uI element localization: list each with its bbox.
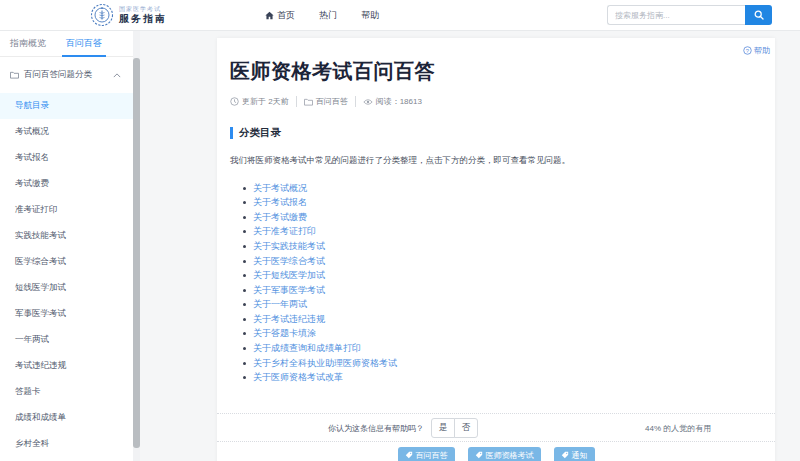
category-link[interactable]: 关于成绩查询和成绩单打印 xyxy=(253,342,361,355)
nav-item-hot[interactable]: 热门 xyxy=(319,9,337,22)
search-icon xyxy=(754,10,764,20)
clock-icon xyxy=(230,97,239,106)
search-input[interactable] xyxy=(607,5,745,25)
tab-label: 指南概览 xyxy=(10,37,46,50)
meta-reads-text: 阅读：18613 xyxy=(376,96,422,107)
intro-text: 我们将医师资格考试中常见的问题进行了分类整理，点击下方的分类，即可查看常见问题。 xyxy=(230,154,762,167)
sidebar-item-exam-registration[interactable]: 考试报名 xyxy=(0,145,133,171)
category-link[interactable]: 关于考试违纪违规 xyxy=(253,313,325,326)
site-logo[interactable]: 国家医学考试 服务指南 xyxy=(90,3,167,27)
tag-icon xyxy=(561,451,569,459)
meta-updated: 更新于 2天前 xyxy=(230,96,296,107)
sidebar-item-short-line-medicine[interactable]: 短线医学加试 xyxy=(0,275,133,301)
list-item: 关于准考证打印 xyxy=(230,225,762,240)
tag-notice[interactable]: 通知 xyxy=(554,447,595,461)
bullet-dot xyxy=(243,332,246,335)
bullet-dot xyxy=(243,216,246,219)
feedback-yes-button[interactable]: 是 xyxy=(431,418,455,438)
category-link[interactable]: 关于一年两试 xyxy=(253,298,307,311)
menu-item-label: 一年两试 xyxy=(15,334,49,346)
folder-icon xyxy=(304,98,313,106)
list-item: 关于军事医学考试 xyxy=(230,283,762,298)
meta-category[interactable]: 百问百答 xyxy=(296,96,355,107)
sidebar-item-nav-catalog[interactable]: 导航目录 xyxy=(0,93,133,119)
category-link[interactable]: 关于答题卡填涂 xyxy=(253,327,316,340)
feedback-no-button[interactable]: 否 xyxy=(454,418,478,438)
category-link[interactable]: 关于短线医学加试 xyxy=(253,269,325,282)
bullet-dot xyxy=(243,274,246,277)
help-label: 帮助 xyxy=(754,45,770,56)
list-item: 关于短线医学加试 xyxy=(230,268,762,283)
home-icon xyxy=(265,11,274,20)
eye-icon xyxy=(363,98,373,106)
sidebar: 指南概览 百问百答 百问百答问题分类 导航目录 考试概况 考试报名 考试缴费 准… xyxy=(0,31,133,461)
category-link[interactable]: 关于医学综合考试 xyxy=(253,255,325,268)
sidebar-item-violations[interactable]: 考试违纪违规 xyxy=(0,353,133,379)
bullet-dot xyxy=(243,303,246,306)
national-exam-seal-icon xyxy=(90,3,114,27)
content-card: ? 帮助 医师资格考试百问百答 更新于 2天前 百问百答 xyxy=(217,38,775,461)
tag-icon xyxy=(405,451,413,459)
menu-item-label: 考试违纪违规 xyxy=(15,360,66,372)
sidebar-item-scores[interactable]: 成绩和成绩单 xyxy=(0,405,133,431)
menu-item-label: 乡村全科 xyxy=(15,438,49,450)
sidebar-item-medical-comprehensive[interactable]: 医学综合考试 xyxy=(0,249,133,275)
nav-item-label: 帮助 xyxy=(361,9,379,22)
sidebar-item-exam-payment[interactable]: 考试缴费 xyxy=(0,171,133,197)
tab-guide-overview[interactable]: 指南概览 xyxy=(0,31,56,56)
section-title: 分类目录 xyxy=(239,126,281,140)
sidebar-scrollbar[interactable] xyxy=(133,31,140,461)
category-link[interactable]: 关于准考证打印 xyxy=(253,225,316,238)
folder-icon xyxy=(10,71,19,79)
sidebar-item-military-medicine[interactable]: 军事医学考试 xyxy=(0,301,133,327)
meta-category-text: 百问百答 xyxy=(316,96,348,107)
bullet-dot xyxy=(243,230,246,233)
category-link[interactable]: 关于考试概况 xyxy=(253,182,307,195)
article-help-link[interactable]: ? 帮助 xyxy=(743,45,770,56)
list-item: 关于实践技能考试 xyxy=(230,239,762,254)
bullet-dot xyxy=(243,362,246,365)
menu-item-label: 答题卡 xyxy=(15,386,41,398)
bullet-dot xyxy=(243,347,246,350)
search-bar xyxy=(607,5,772,25)
sidebar-item-admission-ticket[interactable]: 准考证打印 xyxy=(0,197,133,223)
sidebar-item-two-tests-one-year[interactable]: 一年两试 xyxy=(0,327,133,353)
bullet-dot xyxy=(243,289,246,292)
sidebar-menu: 导航目录 考试概况 考试报名 考试缴费 准考证打印 实践技能考试 医学综合考试 … xyxy=(0,93,133,457)
sidebar-item-rural-general[interactable]: 乡村全科 xyxy=(0,431,133,457)
svg-text:?: ? xyxy=(746,48,750,54)
bullet-dot xyxy=(243,245,246,248)
scrollbar-thumb[interactable] xyxy=(133,58,140,448)
sidebar-item-practical-skills[interactable]: 实践技能考试 xyxy=(0,223,133,249)
tab-faq[interactable]: 百问百答 xyxy=(56,31,112,56)
tag-physician-exam[interactable]: 医师资格考试 xyxy=(468,447,541,461)
category-link[interactable]: 关于考试缴费 xyxy=(253,211,307,224)
search-button[interactable] xyxy=(745,5,772,25)
question-circle-icon: ? xyxy=(743,46,752,55)
list-item: 关于考试报名 xyxy=(230,195,762,210)
sidebar-group-header[interactable]: 百问百答问题分类 xyxy=(0,57,133,93)
category-link[interactable]: 关于实践技能考试 xyxy=(253,240,325,253)
bullet-dot xyxy=(243,201,246,204)
menu-item-label: 军事医学考试 xyxy=(15,308,66,320)
category-link[interactable]: 关于乡村全科执业助理医师资格考试 xyxy=(253,357,397,370)
tag-faq[interactable]: 百问百答 xyxy=(398,447,455,461)
tag-label: 通知 xyxy=(572,450,588,461)
menu-item-label: 导航目录 xyxy=(15,100,49,112)
article-meta: 更新于 2天前 百问百答 阅读：18613 xyxy=(230,96,762,107)
page: 国家医学考试 服务指南 首页 热门 帮助 xyxy=(0,0,800,461)
sidebar-item-exam-overview[interactable]: 考试概况 xyxy=(0,119,133,145)
category-link[interactable]: 关于医师资格考试改革 xyxy=(253,371,343,384)
sidebar-item-answer-sheet[interactable]: 答题卡 xyxy=(0,379,133,405)
menu-item-label: 考试报名 xyxy=(15,152,49,164)
category-link[interactable]: 关于考试报名 xyxy=(253,196,307,209)
tag-label: 百问百答 xyxy=(416,450,448,461)
menu-item-label: 成绩和成绩单 xyxy=(15,412,66,424)
list-item: 关于考试缴费 xyxy=(230,210,762,225)
nav-item-home[interactable]: 首页 xyxy=(265,9,295,22)
section-accent-bar xyxy=(230,127,233,139)
category-link[interactable]: 关于军事医学考试 xyxy=(253,284,325,297)
nav-item-help[interactable]: 帮助 xyxy=(361,9,379,22)
menu-item-label: 医学综合考试 xyxy=(15,256,66,268)
section-header: 分类目录 xyxy=(230,126,762,140)
